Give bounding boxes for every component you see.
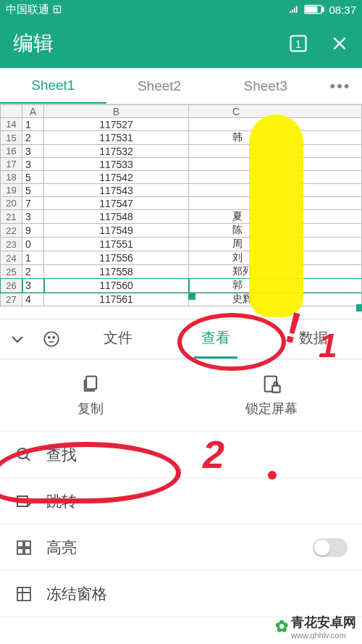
table-row[interactable]: 173117533 bbox=[1, 158, 362, 171]
table-row[interactable]: 274117561史辉 bbox=[1, 293, 362, 306]
row-header[interactable]: 18 bbox=[1, 171, 22, 184]
row-header[interactable]: 26 bbox=[1, 279, 22, 293]
assistant-icon[interactable] bbox=[42, 330, 61, 348]
row-header[interactable]: 22 bbox=[1, 224, 22, 238]
table-row[interactable]: 195117543 bbox=[1, 184, 362, 197]
cell[interactable]: 117542 bbox=[44, 171, 189, 184]
table-row[interactable]: 230117551周 bbox=[1, 238, 362, 251]
highlight-toggle[interactable] bbox=[313, 538, 348, 557]
row-header[interactable]: 19 bbox=[1, 184, 22, 197]
lock-screen-button[interactable]: 锁定屏幕 bbox=[181, 359, 362, 431]
cell[interactable]: 117531 bbox=[44, 131, 189, 145]
cell[interactable]: 117533 bbox=[44, 158, 189, 171]
toolbar-tab-file[interactable]: 文件 bbox=[96, 319, 140, 359]
cell[interactable]: 5 bbox=[22, 171, 44, 184]
spreadsheet-area[interactable]: A B C 141117527152117531韩163117532173117… bbox=[0, 104, 362, 319]
svg-point-6 bbox=[44, 332, 59, 346]
row-header[interactable]: 24 bbox=[1, 251, 22, 265]
svg-rect-3 bbox=[306, 7, 317, 12]
table-row[interactable]: 241117556刘 bbox=[1, 251, 362, 265]
cell[interactable]: 117561 bbox=[44, 293, 189, 306]
selection-handle[interactable] bbox=[188, 293, 195, 300]
menu-find[interactable]: 查找 bbox=[0, 432, 362, 478]
menu-jump[interactable]: 跳转 bbox=[0, 478, 362, 524]
cell[interactable]: 3 bbox=[22, 279, 44, 293]
copy-button[interactable]: 复制 bbox=[0, 359, 181, 431]
freeze-icon bbox=[14, 585, 33, 603]
corner-cell[interactable] bbox=[1, 105, 22, 118]
cell[interactable]: 117532 bbox=[44, 145, 189, 158]
cell[interactable]: 7 bbox=[22, 197, 44, 210]
cell[interactable]: 2 bbox=[22, 265, 44, 279]
cell[interactable]: 117558 bbox=[44, 265, 189, 279]
cell[interactable]: 3 bbox=[22, 158, 44, 171]
collapse-button[interactable] bbox=[9, 330, 26, 348]
row-header[interactable]: 14 bbox=[1, 118, 22, 131]
cell[interactable]: 3 bbox=[22, 145, 44, 158]
cell[interactable]: 117549 bbox=[44, 224, 189, 238]
menu-jump-label: 跳转 bbox=[46, 491, 77, 511]
cell[interactable]: 117556 bbox=[44, 251, 189, 265]
cell[interactable]: 0 bbox=[22, 238, 44, 251]
cell[interactable]: 117548 bbox=[44, 210, 189, 224]
table-row[interactable]: 229117549陈 bbox=[1, 224, 362, 238]
svg-rect-14 bbox=[17, 541, 23, 547]
spreadsheet-grid[interactable]: A B C 141117527152117531韩163117532173117… bbox=[0, 104, 362, 306]
sim-icon bbox=[52, 4, 62, 14]
row-header[interactable]: 15 bbox=[1, 131, 22, 145]
cell[interactable]: 1 bbox=[22, 251, 44, 265]
toolbar-tab-view[interactable]: 查看 bbox=[194, 319, 237, 359]
row-header[interactable]: 23 bbox=[1, 238, 22, 251]
menu-highlight[interactable]: 高亮 bbox=[0, 524, 362, 571]
tab-more[interactable]: ••• bbox=[319, 68, 362, 104]
table-row[interactable]: 163117532 bbox=[1, 145, 362, 158]
row-header[interactable]: 17 bbox=[1, 158, 22, 171]
cell[interactable]: 1 bbox=[22, 118, 44, 131]
row-header[interactable]: 20 bbox=[1, 197, 22, 210]
tab-sheet1[interactable]: Sheet1 bbox=[0, 69, 106, 104]
table-row[interactable]: 152117531韩 bbox=[1, 131, 362, 145]
search-icon bbox=[14, 446, 33, 464]
tab-sheet3[interactable]: Sheet3 bbox=[212, 70, 319, 103]
row-header[interactable]: 27 bbox=[1, 293, 22, 306]
svg-rect-11 bbox=[272, 385, 280, 392]
cell[interactable]: 117527 bbox=[44, 118, 189, 131]
cell[interactable]: 9 bbox=[22, 224, 44, 238]
page-layout-button[interactable]: 1 bbox=[288, 33, 308, 54]
row-header[interactable]: 21 bbox=[1, 210, 22, 224]
table-row[interactable]: 213117548夏 bbox=[1, 210, 362, 224]
cell[interactable]: 2 bbox=[22, 131, 44, 145]
cell[interactable]: 3 bbox=[22, 210, 44, 224]
carrier-label: 中国联通 bbox=[6, 3, 49, 17]
cell[interactable]: 5 bbox=[22, 184, 44, 197]
cell[interactable]: 117551 bbox=[44, 238, 189, 251]
table-row[interactable]: 141117527 bbox=[1, 118, 362, 131]
col-header-a[interactable]: A bbox=[22, 105, 44, 118]
cell[interactable]: 117547 bbox=[44, 197, 189, 210]
row-header[interactable]: 16 bbox=[1, 145, 22, 158]
watermark-name: 青花安卓网 bbox=[291, 615, 356, 630]
watermark-url: www.qhhlv.com bbox=[291, 631, 356, 640]
menu-highlight-label: 高亮 bbox=[46, 538, 77, 558]
tab-sheet2[interactable]: Sheet2 bbox=[106, 70, 213, 103]
selection-handle[interactable] bbox=[356, 304, 362, 311]
svg-rect-17 bbox=[25, 548, 30, 554]
sheet-tabs: Sheet1 Sheet2 Sheet3 ••• bbox=[0, 68, 362, 104]
table-row[interactable]: 207117547 bbox=[1, 197, 362, 210]
cell[interactable]: 4 bbox=[22, 293, 44, 306]
watermark-logo-icon: ✿ bbox=[275, 617, 288, 636]
svg-rect-16 bbox=[17, 548, 23, 554]
toolbar-tab-data[interactable]: 数据 bbox=[292, 319, 335, 359]
cell[interactable]: 117543 bbox=[44, 184, 189, 197]
cell[interactable]: 117560 bbox=[44, 279, 189, 293]
svg-text:1: 1 bbox=[295, 38, 301, 50]
close-button[interactable] bbox=[330, 34, 349, 53]
copy-icon bbox=[80, 374, 101, 394]
row-header[interactable]: 25 bbox=[1, 265, 22, 279]
table-row[interactable]: 252117558郑列 bbox=[1, 265, 362, 279]
menu-freeze[interactable]: 冻结窗格 bbox=[0, 571, 362, 617]
table-row[interactable]: 185117542 bbox=[1, 171, 362, 184]
col-header-b[interactable]: B bbox=[44, 105, 189, 118]
menu-find-label: 查找 bbox=[46, 445, 77, 465]
table-row[interactable]: 263117560郭 bbox=[1, 279, 362, 293]
